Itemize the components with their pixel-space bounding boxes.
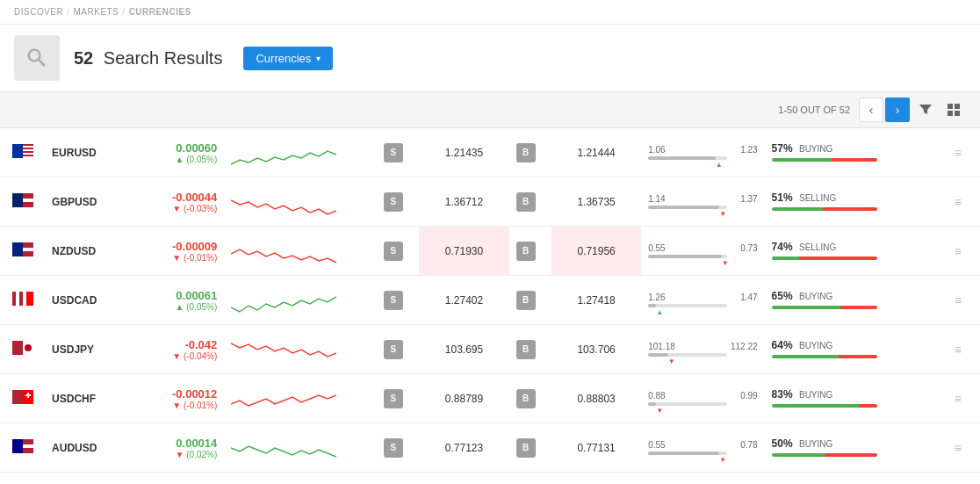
change-cell: -0.00044 ▼ (-0.03%) xyxy=(134,177,224,227)
range-high: 112.22 xyxy=(731,342,758,351)
sentiment-pct: 65% xyxy=(772,290,793,302)
row-menu[interactable]: ≡ xyxy=(944,423,980,473)
table-row[interactable]: EURUSD 0.00060 ▲ (0.05%) S 1.21435 B 1.2… xyxy=(0,128,980,177)
next-page-button[interactable]: › xyxy=(885,98,910,122)
sell-button[interactable]: S xyxy=(384,340,403,359)
sentiment-pct: 57% xyxy=(772,142,793,155)
buy-button[interactable]: B xyxy=(516,340,536,359)
svg-point-26 xyxy=(25,344,32,351)
pair-label[interactable]: NZDUSD xyxy=(45,227,134,276)
buy-button[interactable]: B xyxy=(516,291,536,310)
buy-button-cell[interactable]: B xyxy=(509,374,552,423)
range-high: 0.99 xyxy=(740,391,757,401)
table-row[interactable]: USDCHF -0.00012 ▼ (-0.01%) S 0.88789 B 0… xyxy=(0,374,980,423)
range-cell: 0.88 0.99 ▼ xyxy=(641,374,764,423)
row-menu-icon[interactable]: ≡ xyxy=(951,195,965,209)
sell-button[interactable]: S xyxy=(384,192,403,212)
row-menu-icon[interactable]: ≡ xyxy=(951,343,965,357)
buy-button[interactable]: B xyxy=(516,438,536,458)
table-row[interactable]: EURGBP 0.00078 ▲ (0.09%) S 0.88814 B 0.8… xyxy=(0,473,980,485)
sentiment-cell: 65% BUYING xyxy=(765,276,944,325)
pair-label[interactable]: USDCHF xyxy=(45,374,134,423)
change-cell: 0.00060 ▲ (0.05%) xyxy=(134,128,224,177)
pair-label[interactable]: EURUSD xyxy=(45,128,134,177)
buy-button[interactable]: B xyxy=(516,192,536,212)
svg-rect-7 xyxy=(23,144,33,146)
filter-icon[interactable] xyxy=(913,98,938,122)
row-menu-icon[interactable]: ≡ xyxy=(951,293,965,307)
table-row[interactable]: NZDUSD -0.00009 ▼ (-0.01%) S 0.71930 B 0… xyxy=(0,227,980,276)
buy-button-cell[interactable]: B xyxy=(509,423,552,473)
sell-button-cell[interactable]: S xyxy=(377,423,420,473)
row-menu[interactable]: ≡ xyxy=(944,177,980,227)
table-row[interactable]: USDCAD 0.00061 ▲ (0.05%) S 1.27402 B 1.2… xyxy=(0,276,980,325)
row-menu-icon[interactable]: ≡ xyxy=(951,146,965,160)
range-low: 0.55 xyxy=(648,440,665,450)
currencies-button[interactable]: Currencies ▾ xyxy=(243,47,333,70)
buy-button-cell[interactable]: B xyxy=(509,325,552,374)
sentiment-cell: 51% SELLING xyxy=(765,177,944,227)
sell-button[interactable]: S xyxy=(384,143,403,163)
sentiment-cell: 83% BUYING xyxy=(765,374,944,423)
sell-button-cell[interactable]: S xyxy=(377,276,420,325)
pair-label[interactable]: EURGBP xyxy=(45,473,134,485)
search-icon xyxy=(25,46,49,70)
header-area: 52 Search Results Currencies ▾ xyxy=(0,25,980,91)
grid-view-icon[interactable] xyxy=(941,98,966,122)
sentiment-label: BUYING xyxy=(799,341,832,350)
sell-button-cell[interactable]: S xyxy=(377,177,420,227)
svg-rect-3 xyxy=(955,111,960,116)
row-menu[interactable]: ≡ xyxy=(944,325,980,374)
breadcrumb-discover[interactable]: DISCOVER xyxy=(14,7,63,17)
buy-button[interactable]: B xyxy=(516,389,536,408)
sell-button-cell[interactable]: S xyxy=(377,227,420,276)
sell-price: 0.88789 xyxy=(419,374,508,423)
row-menu[interactable]: ≡ xyxy=(944,128,980,177)
pair-label[interactable]: USDJPY xyxy=(45,325,134,374)
change-cell: -0.00012 ▼ (-0.01%) xyxy=(134,374,224,423)
table-row[interactable]: USDJPY -0.042 ▼ (-0.04%) S 103.695 B 103… xyxy=(0,325,980,374)
prev-page-button[interactable]: ‹ xyxy=(859,98,883,122)
buy-button-cell[interactable]: B xyxy=(509,177,552,227)
buy-button-cell[interactable]: B xyxy=(509,227,552,276)
row-menu[interactable]: ≡ xyxy=(944,276,980,325)
row-menu-icon[interactable]: ≡ xyxy=(951,441,965,455)
buy-button-cell[interactable]: B xyxy=(509,128,552,177)
row-menu-icon[interactable]: ≡ xyxy=(951,392,965,406)
buy-button-cell[interactable]: B xyxy=(509,276,552,325)
svg-rect-16 xyxy=(23,199,33,202)
sell-button[interactable]: S xyxy=(384,438,403,458)
svg-rect-30 xyxy=(27,393,29,398)
range-high: 0.78 xyxy=(740,440,757,450)
sell-button-cell[interactable]: S xyxy=(377,325,420,374)
sell-price: 1.36712 xyxy=(419,177,508,227)
buy-button[interactable]: B xyxy=(516,242,536,261)
pair-label[interactable]: GBPUSD xyxy=(45,177,134,227)
table-row[interactable]: AUDUSD 0.00014 ▼ (0.02%) S 0.77123 B 0.7… xyxy=(0,423,980,473)
currencies-label: Currencies xyxy=(256,52,311,65)
table-row[interactable]: GBPUSD -0.00044 ▼ (-0.03%) S 1.36712 B 1… xyxy=(0,177,980,227)
row-menu[interactable]: ≡ xyxy=(944,473,980,485)
pair-label[interactable]: USDCAD xyxy=(45,276,134,325)
range-low: 1.14 xyxy=(648,194,665,204)
breadcrumb-markets[interactable]: MARKETS xyxy=(74,7,119,17)
result-title: Search Results xyxy=(104,48,223,68)
row-menu[interactable]: ≡ xyxy=(944,374,980,423)
svg-rect-27 xyxy=(12,390,23,404)
sell-button[interactable]: S xyxy=(384,291,403,310)
sell-button-cell[interactable]: S xyxy=(377,473,420,485)
currencies-arrow-icon: ▾ xyxy=(316,54,321,63)
pair-label[interactable]: AUDUSD xyxy=(45,423,134,473)
sell-button[interactable]: S xyxy=(384,242,403,261)
row-menu[interactable]: ≡ xyxy=(944,227,980,276)
buy-button-cell[interactable]: B xyxy=(509,473,552,485)
sell-button-cell[interactable]: S xyxy=(377,128,420,177)
buy-button[interactable]: B xyxy=(516,143,536,163)
change-cell: 0.00078 ▲ (0.09%) xyxy=(134,473,224,485)
chart-cell xyxy=(224,276,377,325)
sell-button[interactable]: S xyxy=(384,389,403,408)
row-menu-icon[interactable]: ≡ xyxy=(951,244,965,258)
sell-button-cell[interactable]: S xyxy=(377,374,420,423)
pagination-info: 1-50 OUT OF 52 xyxy=(778,105,850,115)
svg-rect-10 xyxy=(23,151,33,153)
